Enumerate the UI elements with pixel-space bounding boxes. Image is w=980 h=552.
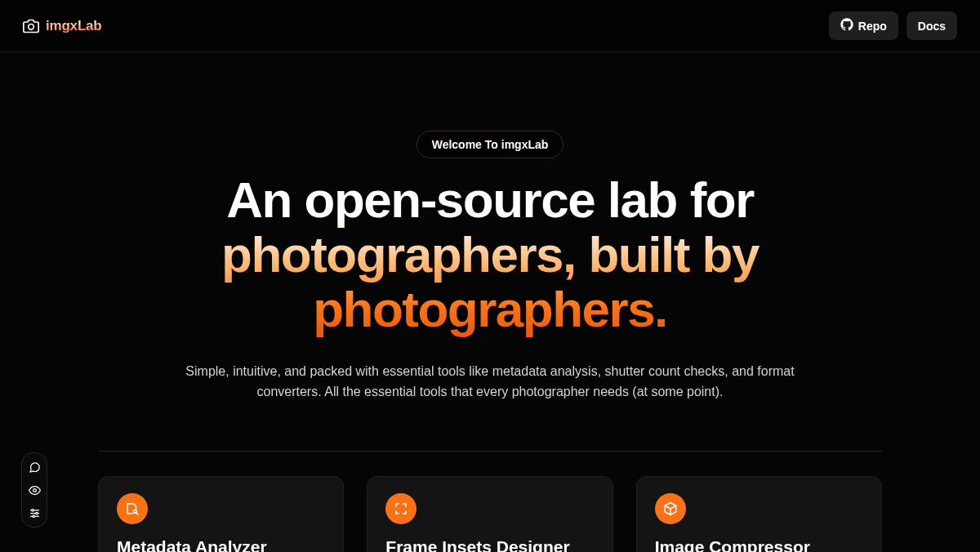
card-metadata-analyzer[interactable]: Metadata Analyzer Quickly uncover detail… <box>98 476 344 552</box>
svg-point-8 <box>35 512 38 514</box>
floating-toolbar <box>21 452 47 528</box>
docs-button-label: Docs <box>918 20 946 33</box>
feature-cards: Metadata Analyzer Quickly uncover detail… <box>0 452 980 552</box>
sliders-icon[interactable] <box>26 505 42 521</box>
hero-title: An open-source lab for photographers, bu… <box>122 173 858 337</box>
eye-icon[interactable] <box>26 482 42 498</box>
svg-point-3 <box>33 488 36 492</box>
header: imgxLab Repo Docs <box>0 0 980 52</box>
repo-button[interactable]: Repo <box>829 11 898 40</box>
svg-point-7 <box>31 509 33 511</box>
file-search-icon <box>117 493 148 524</box>
package-icon <box>655 493 686 524</box>
hero: Welcome To imgxLab An open-source lab fo… <box>90 52 890 426</box>
github-icon <box>840 18 853 33</box>
header-actions: Repo Docs <box>829 11 957 40</box>
frame-icon <box>385 493 416 524</box>
card-frame-insets[interactable]: Frame Insets Designer Enhance your photo… <box>367 476 612 552</box>
chat-icon[interactable] <box>26 459 42 475</box>
hero-subtitle: Simple, intuitive, and packed with essen… <box>155 362 825 403</box>
camera-icon <box>23 18 39 34</box>
card-image-compressor[interactable]: Image Compressor Reduce image file sizes… <box>636 476 882 552</box>
brand[interactable]: imgxLab <box>23 18 102 34</box>
svg-point-9 <box>33 515 35 518</box>
svg-point-0 <box>29 24 34 29</box>
card-title: Frame Insets Designer <box>385 537 594 552</box>
welcome-pill[interactable]: Welcome To imgxLab <box>416 131 564 158</box>
card-title: Image Compressor <box>655 537 863 552</box>
card-title: Metadata Analyzer <box>117 537 325 552</box>
docs-button[interactable]: Docs <box>906 11 957 40</box>
svg-line-2 <box>136 513 138 514</box>
repo-button-label: Repo <box>858 20 887 33</box>
brand-text: imgxLab <box>46 18 102 34</box>
